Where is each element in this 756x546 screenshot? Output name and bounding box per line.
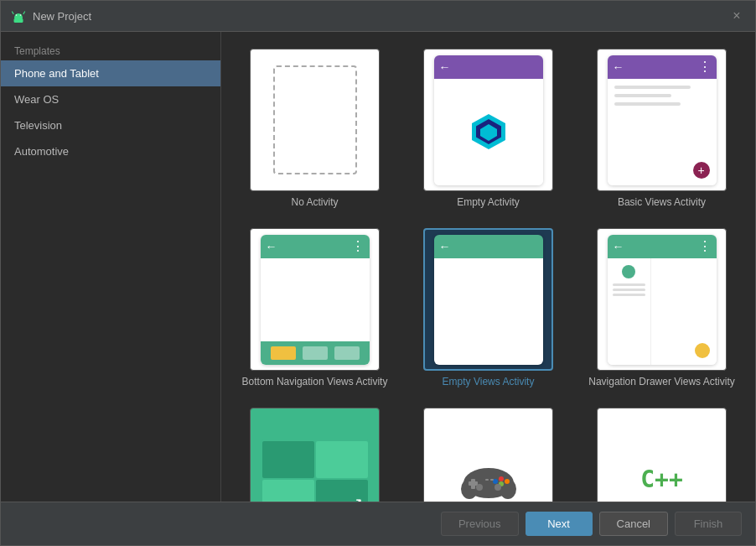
sidebar-item-phone-tablet[interactable]: Phone and Tablet: [1, 60, 220, 86]
phone-mockup-empty-views: ←: [434, 235, 543, 365]
sidebar-item-wear-os[interactable]: Wear OS: [1, 86, 220, 112]
more-icon-bn: ⋮: [351, 238, 365, 254]
content-area: No Activity ←: [221, 32, 755, 502]
nav-item-2: [334, 346, 360, 360]
sidebar-item-television-label: Television: [14, 119, 62, 132]
drawer-line-3: [613, 294, 645, 296]
previous-button[interactable]: Previous: [441, 512, 519, 536]
svg-point-0: [16, 14, 18, 16]
svg-rect-19: [485, 479, 489, 481]
more-icon-bv: ⋮: [698, 59, 712, 75]
drawer-avatar-circle: [622, 265, 635, 278]
phone-mockup-bottom-nav: ← ⋮: [261, 235, 370, 365]
phone-mockup-empty-activity: ←: [434, 55, 543, 185]
phone-mockup-nav-drawer: ← ⋮: [608, 235, 717, 365]
drawer-fab-icon: [695, 343, 710, 358]
main-content: Templates Phone and Tablet Wear OS Telev…: [1, 32, 755, 502]
title-bar-left: New Project: [11, 8, 91, 23]
gamepad-visual: [434, 439, 543, 502]
card-label-empty-activity: Empty Activity: [457, 196, 520, 208]
phone-body-empty-activity: [434, 79, 543, 185]
sidebar: Templates Phone and Tablet Wear OS Telev…: [1, 32, 221, 502]
card-label-nav-drawer: Navigation Drawer Views Activity: [588, 376, 735, 387]
card-preview-empty-views: ←: [423, 228, 553, 371]
svg-line-3: [23, 12, 25, 14]
back-arrow-icon-bv: ←: [613, 60, 624, 74]
new-project-dialog: New Project × Templates Phone and Tablet…: [0, 0, 756, 546]
drawer-sidebar: [608, 258, 651, 365]
phone-body-basic-views: +: [608, 79, 717, 185]
card-preview-bottom-nav: ← ⋮: [250, 228, 380, 371]
svg-point-18: [495, 484, 501, 491]
sidebar-item-television[interactable]: Television: [1, 112, 220, 138]
card-preview-nav-drawer: ← ⋮: [597, 228, 727, 371]
phone-mockup-basic-views: ← ⋮ +: [608, 55, 717, 185]
close-button[interactable]: ×: [728, 8, 745, 24]
template-card-basic-views[interactable]: ← ⋮ + Basic Views Activity: [582, 45, 742, 211]
next-button[interactable]: Next: [526, 512, 593, 536]
card-preview-fullscreen: ↗: [250, 408, 380, 502]
template-card-bottom-nav[interactable]: ← ⋮ Bottom Nav: [235, 225, 395, 391]
card-label-empty-views: Empty Views Activity: [443, 376, 535, 387]
grid-cell-1: [262, 441, 314, 479]
phone-toolbar-empty-views: ←: [434, 235, 543, 258]
gamepad-icon: [459, 454, 518, 502]
template-card-game[interactable]: Game Activity: [408, 404, 568, 502]
phone-body-empty-views: [434, 258, 543, 365]
sidebar-item-automotive[interactable]: Automotive: [1, 138, 220, 164]
template-card-empty-views[interactable]: ← Empty Views Activity: [408, 225, 568, 391]
card-preview-no-activity: [250, 49, 380, 191]
card-label-no-activity: No Activity: [291, 196, 338, 208]
back-arrow-icon: ←: [439, 60, 451, 74]
svg-point-14: [505, 479, 510, 484]
footer: Previous Next Cancel Finish: [1, 502, 755, 545]
no-activity-dashed-box: [273, 65, 357, 174]
card-label-bottom-nav: Bottom Navigation Views Activity: [242, 376, 388, 387]
cancel-button[interactable]: Cancel: [599, 512, 668, 536]
phone-body-nav-drawer: [608, 258, 717, 365]
content-line-2: [614, 94, 671, 97]
android-icon: [11, 8, 26, 23]
svg-line-2: [13, 12, 14, 14]
hexagon-logo-icon: [468, 111, 510, 153]
card-label-basic-views: Basic Views Activity: [618, 196, 706, 208]
phone-body-bottom-nav: [261, 258, 370, 365]
svg-rect-4: [14, 18, 23, 23]
template-card-nav-drawer[interactable]: ← ⋮: [582, 225, 742, 391]
phone-toolbar-bottom-nav: ← ⋮: [261, 235, 370, 258]
dialog-title: New Project: [33, 10, 91, 23]
content-line-3: [614, 102, 681, 106]
card-preview-empty-activity: ←: [423, 49, 553, 191]
bottom-nav-bar: [261, 341, 370, 365]
sidebar-item-phone-tablet-label: Phone and Tablet: [14, 67, 99, 80]
sidebar-section-label: Templates: [1, 39, 220, 60]
templates-grid: No Activity ←: [235, 45, 742, 502]
grid-card-visual: ↗: [261, 439, 370, 502]
template-card-no-activity[interactable]: No Activity: [235, 45, 395, 211]
phone-toolbar-basic-views: ← ⋮: [608, 55, 717, 79]
svg-rect-20: [490, 479, 494, 481]
sidebar-item-automotive-label: Automotive: [14, 145, 69, 158]
template-card-native-cpp[interactable]: C++ Native C++: [582, 404, 742, 502]
svg-point-1: [20, 14, 22, 16]
drawer-line-1: [613, 283, 645, 286]
svg-point-13: [499, 476, 504, 481]
grid-cell-2: [316, 441, 368, 479]
grid-arrow-icon: ↗: [350, 494, 363, 502]
fab-button-icon: +: [693, 162, 710, 179]
svg-rect-12: [469, 481, 478, 486]
back-arrow-icon-ev: ←: [439, 240, 451, 253]
back-arrow-icon-bn: ←: [266, 240, 277, 253]
phone-toolbar-empty-activity: ←: [434, 55, 543, 79]
template-card-empty-activity[interactable]: ← Empty Activity: [408, 45, 568, 211]
svg-point-17: [476, 484, 483, 491]
drawer-line-2: [613, 289, 645, 291]
template-card-fullscreen[interactable]: ↗ Fullscreen Activity: [235, 404, 395, 502]
card-preview-game: [423, 408, 553, 502]
card-preview-native-cpp: C++: [597, 408, 727, 502]
title-bar: New Project ×: [1, 1, 755, 32]
sidebar-item-wear-os-label: Wear OS: [14, 93, 59, 106]
cpp-visual: C++: [608, 439, 717, 502]
nav-item-active: [271, 346, 296, 360]
finish-button[interactable]: Finish: [675, 512, 742, 536]
